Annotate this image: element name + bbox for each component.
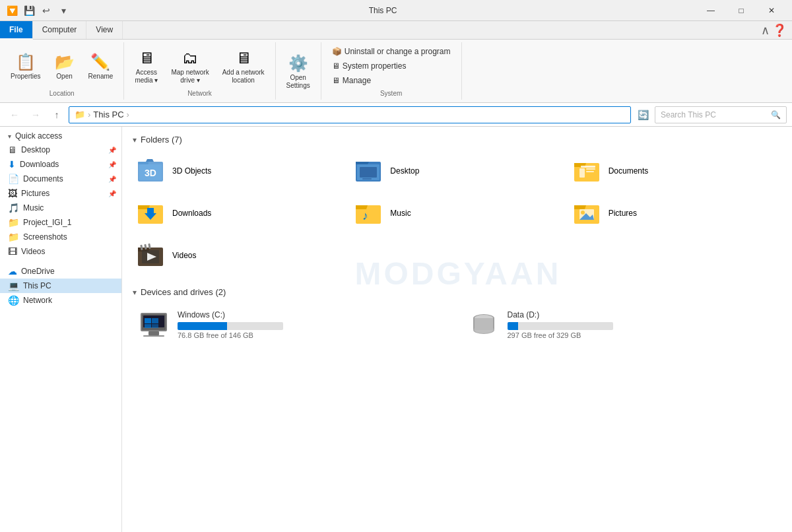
folder-music[interactable]: ♪ Music [350,195,563,232]
sidebar-item-onedrive[interactable]: ☁ OneDrive [0,264,121,279]
quick-access-icon[interactable]: 🔽 [5,4,18,17]
sidebar-item-music[interactable]: 🎵 Music [0,201,121,215]
quick-access-label: Quick access [15,131,62,141]
folder-desktop-label: Desktop [390,166,419,176]
uninstall-label: Uninstall or change a program [345,47,451,56]
desktop-folder-icon [356,158,385,184]
address-separator2: › [127,110,129,119]
folder-music-label: Music [390,209,411,218]
folder-3d-objects[interactable]: 3D 3D Objects [133,152,345,189]
access-media-icon: 🖥 [139,48,154,69]
tab-computer[interactable]: Computer [33,21,87,39]
add-network-label: Add a networklocation [222,69,265,84]
svg-rect-8 [360,167,377,178]
sidebar-quick-access[interactable]: ▾ Quick access [0,129,121,143]
properties-button[interactable]: 📋 Properties [5,49,46,83]
uninstall-program-button[interactable]: 📦 Uninstall or change a program [327,45,456,58]
forward-button[interactable]: → [26,106,45,124]
folder-downloads[interactable]: Downloads [133,195,345,232]
sidebar-item-documents[interactable]: 📄 Documents 📌 [0,172,121,186]
rename-button[interactable]: ✏️ Rename [83,49,119,83]
save-icon[interactable]: 💾 [22,4,36,17]
folder-desktop[interactable]: Desktop [350,152,563,189]
devices-toggle[interactable]: ▾ [133,288,137,297]
sidebar-item-pictures[interactable]: 🖼 Pictures 📌 [0,186,121,201]
up-button[interactable]: ↑ [48,106,66,124]
windows-drive-icon [138,310,170,339]
customize-icon[interactable]: ▾ [57,4,70,17]
music-label: Music [23,203,44,213]
sidebar-item-this-pc[interactable]: 💻 This PC [0,279,121,293]
open-button[interactable]: 📂 Open [49,49,81,83]
manage-label: Manage [343,76,371,85]
svg-rect-38 [143,335,164,337]
sidebar-item-screenshots[interactable]: 📁 Screenshots [0,230,121,244]
sidebar-item-videos[interactable]: 🎞 Videos [0,244,121,259]
map-network-icon: 🗂 [182,48,198,69]
uninstall-icon: 📦 [332,47,342,56]
data-drive-fill [508,322,518,330]
folders-toggle[interactable]: ▾ [133,135,137,145]
tab-view[interactable]: View [86,21,123,39]
folder-3d-objects-label: 3D Objects [172,166,211,176]
system-properties-button[interactable]: 🖥 System properties [327,59,456,73]
tab-file[interactable]: File [0,21,33,40]
back-button[interactable]: ← [5,106,24,124]
device-data-d[interactable]: Data (D:) 297 GB free of 329 GB [463,305,782,345]
sidebar-item-downloads[interactable]: ⬇ Downloads 📌 [0,157,121,172]
network-icon: 🌐 [8,295,19,306]
close-button[interactable]: ✕ [756,0,787,21]
search-box[interactable]: Search This PC 🔍 [655,106,787,123]
open-label: Open [56,73,72,81]
folder-documents[interactable]: Documents [569,152,781,189]
add-network-location-button[interactable]: 🖥 Add a networklocation [217,45,270,87]
add-network-icon: 🖥 [236,48,251,69]
rename-label: Rename [88,73,114,81]
search-icon: 🔍 [771,110,781,119]
folder-videos-label: Videos [172,251,196,260]
address-path[interactable]: 📁 › This PC › [69,106,631,123]
data-drive-space: 297 GB free of 329 GB [508,331,777,339]
access-media-label: Accessmedia ▾ [135,69,158,84]
svg-text:3D: 3D [145,168,156,178]
svg-rect-37 [148,331,159,335]
data-drive-name: Data (D:) [508,310,777,319]
open-settings-button[interactable]: ⚙️ OpenSettings [281,50,315,92]
videos-label: Videos [21,247,45,256]
network-group-label: Network [187,90,212,97]
folder-pictures[interactable]: Pictures [569,195,781,232]
sidebar-item-project[interactable]: 📁 Project_IGI_1 [0,215,121,230]
ribbon-collapse-btn[interactable]: ∧ [761,23,770,38]
ribbon: File Computer View ∧ ❓ 📋 Properties 📂 [0,21,792,103]
sidebar-item-desktop[interactable]: 🖥 Desktop 📌 [0,143,121,157]
ribbon-group-system: 📦 Uninstall or change a program 🖥 System… [321,42,462,100]
map-network-drive-button[interactable]: 🗂 Map networkdrive ▾ [166,45,214,87]
svg-text:♪: ♪ [362,209,368,222]
svg-rect-1 [138,162,148,164]
documents-label: Documents [23,174,63,183]
ribbon-content: 📋 Properties 📂 Open ✏️ Rename Location [0,40,792,102]
device-windows-c[interactable]: Windows (C:) 76.8 GB free of 146 GB [133,305,452,345]
data-drive-bar [508,322,613,330]
3d-objects-icon: 3D [138,158,167,184]
sidebar-item-network[interactable]: 🌐 Network [0,293,121,308]
minimize-button[interactable]: — [696,0,726,21]
sidebar: ▾ Quick access 🖥 Desktop 📌 ⬇ Downloads 📌… [0,127,122,532]
screenshots-label: Screenshots [23,232,67,242]
svg-rect-15 [586,171,594,172]
videos-icon: 🎞 [8,246,17,257]
folder-videos[interactable]: Videos [133,237,345,274]
refresh-button[interactable]: 🔄 [634,106,652,124]
svg-rect-9 [362,178,372,180]
pin-icon-2: 📌 [108,161,116,168]
pictures-icon: 🖼 [8,188,17,199]
access-media-button[interactable]: 🖥 Accessmedia ▾ [129,45,163,87]
manage-button[interactable]: 🖥 Manage [327,74,456,87]
project-label: Project_IGI_1 [23,218,71,227]
pictures-folder-icon [574,200,603,226]
properties-label: Properties [11,73,41,81]
help-btn[interactable]: ❓ [772,23,787,38]
maximize-button[interactable]: □ [726,0,756,21]
documents-icon: 📄 [8,174,19,184]
undo-icon[interactable]: ↩ [40,4,53,17]
